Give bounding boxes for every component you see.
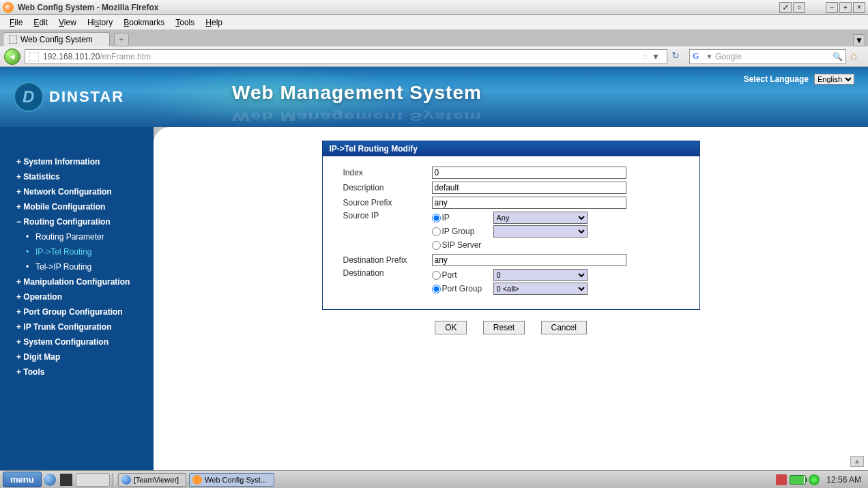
brand-name: DINSTAR bbox=[49, 88, 124, 106]
firefox-task-icon bbox=[192, 475, 202, 485]
tray-icon-1[interactable] bbox=[776, 474, 787, 485]
favicon bbox=[29, 52, 39, 61]
dest-prefix-field[interactable] bbox=[432, 254, 626, 266]
sidebar-item-ip-tel-routing[interactable]: IP->Tel Routing bbox=[16, 244, 154, 259]
language-selector: Select Language English bbox=[744, 74, 854, 85]
menu-edit[interactable]: Edit bbox=[28, 16, 53, 29]
label-port-group: Port Group bbox=[442, 284, 482, 293]
sidebar-item-routing-parameter[interactable]: Routing Parameter bbox=[16, 229, 154, 244]
index-field[interactable] bbox=[432, 167, 626, 179]
cpu-icon[interactable] bbox=[809, 474, 820, 485]
menu-tools[interactable]: Tools bbox=[170, 16, 200, 29]
label-port: Port bbox=[442, 270, 457, 280]
radio-port-group[interactable] bbox=[432, 285, 441, 293]
sidebar-item-tel-ip-routing[interactable]: Tel->IP Routing bbox=[16, 259, 154, 274]
sidebar-item-mobile-configuration[interactable]: Mobile Configuration bbox=[16, 199, 154, 214]
bookmark-star-icon[interactable]: ☆ bbox=[641, 52, 649, 61]
label-source-ip: Source IP bbox=[343, 211, 432, 220]
reload-button[interactable]: ↻ bbox=[671, 50, 685, 63]
ip-select[interactable]: Any bbox=[493, 212, 588, 224]
sidebar: System Information Statistics Network Co… bbox=[0, 127, 154, 487]
radio-ip-group[interactable] bbox=[432, 227, 441, 236]
label-ip: IP bbox=[442, 213, 450, 223]
label-dest-prefix: Destination Prefix bbox=[343, 255, 432, 265]
window-titlebar: Web Config System - Mozilla Firefox ⤢ ○ … bbox=[0, 0, 868, 15]
maximize-button[interactable]: + bbox=[839, 2, 852, 13]
taskbar-task-firefox[interactable]: Web Config Syst... bbox=[189, 473, 274, 487]
search-dropdown-icon[interactable]: ▼ bbox=[706, 53, 712, 60]
radio-sip-server[interactable] bbox=[432, 241, 441, 250]
app-icon[interactable] bbox=[76, 473, 110, 487]
browser-tab[interactable]: Web Config System bbox=[3, 32, 110, 46]
content-area: IP->Tel Routing Modify Index Description… bbox=[154, 127, 868, 487]
circle-icon[interactable]: ○ bbox=[793, 2, 805, 13]
label-ip-group: IP Group bbox=[442, 227, 475, 236]
close-button[interactable]: × bbox=[853, 2, 865, 13]
search-placeholder: Google bbox=[715, 52, 742, 61]
port-group-select[interactable]: 0 <all> bbox=[493, 283, 588, 295]
sidebar-item-manipulation-configuration[interactable]: Manipulation Configuration bbox=[16, 274, 154, 289]
menu-history[interactable]: History bbox=[82, 16, 118, 29]
sidebar-item-tools[interactable]: Tools bbox=[16, 364, 154, 379]
search-box[interactable]: G ▼ Google 🔍 bbox=[689, 49, 846, 64]
address-bar[interactable]: 192.168.101.20/enFrame.htm ☆ ▼ bbox=[25, 49, 667, 64]
sidebar-item-digit-map[interactable]: Digit Map bbox=[16, 349, 154, 364]
terminal-icon[interactable] bbox=[59, 473, 73, 487]
cancel-button[interactable]: Cancel bbox=[541, 321, 587, 334]
description-field[interactable] bbox=[432, 182, 626, 194]
tab-list-dropdown[interactable]: ▼ bbox=[853, 34, 865, 46]
clock[interactable]: 12:56 AM bbox=[822, 475, 865, 485]
url-toolbar: ◄ 192.168.101.20/enFrame.htm ☆ ▼ ↻ G ▼ G… bbox=[0, 46, 868, 67]
sidebar-item-statistics[interactable]: Statistics bbox=[16, 169, 154, 184]
logo-icon bbox=[14, 82, 44, 112]
minimize-button[interactable]: – bbox=[826, 2, 838, 13]
button-row: OK Reset Cancel bbox=[154, 321, 868, 334]
sidebar-item-ip-trunk-configuration[interactable]: IP Trunk Configuration bbox=[16, 319, 154, 334]
form-panel: IP->Tel Routing Modify Index Description… bbox=[322, 141, 700, 310]
firefox-icon bbox=[3, 2, 14, 13]
taskbar-separator bbox=[113, 473, 115, 487]
battery-icon[interactable] bbox=[790, 475, 806, 485]
new-tab-button[interactable]: + bbox=[114, 33, 129, 46]
reset-button[interactable]: Reset bbox=[483, 321, 525, 334]
menubar: File Edit View History Bookmarks Tools H… bbox=[0, 15, 868, 30]
label-sip-server: SIP Server bbox=[442, 240, 482, 250]
menu-file[interactable]: File bbox=[4, 16, 28, 29]
tab-bar: Web Config System + ▼ bbox=[0, 30, 868, 46]
show-desktop-icon[interactable] bbox=[43, 473, 57, 487]
search-icon[interactable]: 🔍 bbox=[833, 52, 843, 61]
menu-help[interactable]: Help bbox=[200, 16, 228, 29]
page-icon bbox=[9, 35, 17, 44]
url-dropdown-icon[interactable]: ▼ bbox=[649, 52, 663, 61]
window-title: Web Config System - Mozilla Firefox bbox=[18, 3, 779, 12]
label-destination: Destination bbox=[343, 268, 432, 278]
sidebar-item-routing-configuration[interactable]: Routing Configuration bbox=[16, 214, 154, 229]
ip-group-select[interactable] bbox=[493, 225, 588, 238]
home-button[interactable]: ⌂ bbox=[850, 50, 864, 63]
back-button[interactable]: ◄ bbox=[4, 48, 20, 65]
menu-bookmarks[interactable]: Bookmarks bbox=[118, 16, 170, 29]
panel-title: IP->Tel Routing Modify bbox=[323, 141, 699, 156]
label-source-prefix: Source Prefix bbox=[343, 198, 432, 207]
radio-port[interactable] bbox=[432, 271, 441, 280]
sidebar-item-operation[interactable]: Operation bbox=[16, 289, 154, 304]
page-title: Web Management System bbox=[232, 82, 482, 104]
page-banner: DINSTAR Web Management System Web Manage… bbox=[0, 67, 868, 127]
radio-ip[interactable] bbox=[432, 214, 441, 223]
source-prefix-field[interactable] bbox=[432, 197, 626, 209]
system-tray: 12:56 AM bbox=[776, 474, 865, 485]
teamviewer-icon bbox=[121, 475, 131, 485]
menu-view[interactable]: View bbox=[53, 16, 82, 29]
language-label: Select Language bbox=[744, 74, 809, 84]
port-select[interactable]: 0 bbox=[493, 269, 588, 281]
start-menu-button[interactable]: menu bbox=[3, 472, 42, 487]
expand-icon[interactable]: ⤢ bbox=[779, 2, 792, 13]
ok-button[interactable]: OK bbox=[435, 321, 467, 334]
language-dropdown[interactable]: English bbox=[814, 74, 854, 85]
sidebar-item-system-configuration[interactable]: System Configuration bbox=[16, 334, 154, 349]
sidebar-item-port-group-configuration[interactable]: Port Group Configuration bbox=[16, 304, 154, 319]
sidebar-item-network-configuration[interactable]: Network Configuration bbox=[16, 184, 154, 199]
sidebar-item-system-information[interactable]: System Information bbox=[16, 154, 154, 169]
taskbar-task-teamviewer[interactable]: [TeamViewer] bbox=[118, 473, 186, 487]
scroll-up-icon[interactable]: ▲ bbox=[850, 456, 864, 467]
